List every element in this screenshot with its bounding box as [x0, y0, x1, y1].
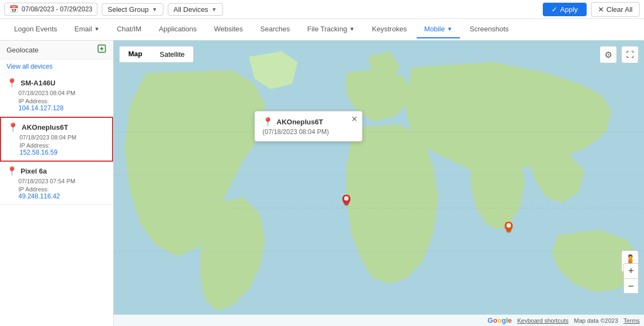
all-devices-dropdown[interactable]: All Devices ▼	[168, 3, 223, 16]
ip-label: IP Address:	[18, 186, 107, 192]
tab-mobile[interactable]: Mobile ▼	[417, 21, 460, 38]
sidebar-header: Geolocate	[0, 41, 113, 59]
tab-keystrokes[interactable]: Keystrokes	[364, 21, 414, 38]
select-group-label: Select Group	[108, 5, 149, 14]
pin-blue-icon: 📍	[8, 122, 18, 132]
main-content: Geolocate View all devices 📍 SM-A146U 07…	[0, 41, 644, 326]
tab-logon-events[interactable]: Logon Events	[6, 21, 65, 38]
google-logo: Google	[488, 316, 512, 324]
device-ip: 49.248.116.42	[18, 192, 107, 200]
map-footer: Google Keyboard shortcuts Map data ©2023…	[114, 315, 644, 326]
tab-websites[interactable]: Websites	[207, 21, 251, 38]
zoom-out-button[interactable]: −	[623, 278, 639, 294]
map-area[interactable]: Map Satellite ⚙ ⛶ ✕ 📍 AKOneplus6T (07/18…	[114, 41, 644, 326]
popup-device-name: AKOneplus6T	[277, 118, 323, 126]
checkmark-icon: ✓	[551, 5, 557, 14]
calendar-icon: 📅	[9, 5, 18, 14]
date-range-value: 07/08/2023 - 07/29/2023	[22, 5, 93, 13]
nav-tabs: Logon Events Email ▼ Chat/IM Application…	[0, 19, 644, 41]
map-fullscreen-button[interactable]: ⛶	[621, 46, 639, 63]
sidebar: Geolocate View all devices 📍 SM-A146U 07…	[0, 41, 114, 326]
tab-chat-im[interactable]: Chat/IM	[109, 21, 149, 38]
map-data-label: Map data ©2023	[574, 317, 619, 324]
clear-all-button[interactable]: ✕ Clear All	[591, 2, 640, 17]
device-name: SM-A146U	[21, 79, 55, 87]
device-card-akoneplus6t[interactable]: 📍 AKOneplus6T 07/18/2023 08:04 PM IP Add…	[0, 117, 113, 162]
tab-email[interactable]: Email ▼	[67, 21, 107, 38]
tab-searches[interactable]: Searches	[253, 21, 298, 38]
ip-label: IP Address:	[19, 142, 106, 149]
select-group-dropdown[interactable]: Select Group ▼	[102, 3, 163, 16]
popup-close-button[interactable]: ✕	[351, 115, 358, 123]
svg-point-6	[507, 223, 511, 228]
map-settings-button[interactable]: ⚙	[600, 46, 617, 63]
device-ip: 104.14.127.128	[18, 104, 107, 112]
top-bar: 📅 07/08/2023 - 07/29/2023 Select Group ▼…	[0, 0, 644, 19]
fullscreen-icon: ⛶	[626, 50, 634, 59]
tab-screenshots[interactable]: Screenshots	[462, 21, 516, 38]
device-datetime: 07/18/2023 08:04 PM	[19, 134, 106, 141]
geolocate-title: Geolocate	[6, 46, 38, 54]
zoom-in-button[interactable]: +	[623, 263, 639, 278]
apply-button[interactable]: ✓ Apply	[543, 3, 587, 16]
gear-icon: ⚙	[604, 50, 612, 60]
map-tab[interactable]: Map	[120, 46, 151, 62]
map-type-controls: Map Satellite	[119, 46, 194, 63]
close-icon: ✕	[598, 5, 604, 14]
device-name: Pixel 6a	[21, 167, 47, 175]
popup-pin-icon: 📍	[262, 117, 273, 127]
tab-file-tracking[interactable]: File Tracking ▼	[300, 21, 363, 38]
chevron-down-icon: ▼	[447, 26, 452, 32]
device-card-pixel6a[interactable]: 📍 Pixel 6a 07/18/2023 07:54 PM IP Addres…	[0, 162, 113, 205]
keyboard-shortcuts-link[interactable]: Keyboard shortcuts	[517, 317, 569, 324]
chevron-down-icon: ▼	[94, 26, 100, 32]
terms-link[interactable]: Terms	[623, 317, 640, 324]
tab-applications[interactable]: Applications	[151, 21, 204, 38]
pin-red-icon: 📍	[6, 78, 17, 88]
chevron-down-icon: ▼	[349, 26, 354, 32]
map-svg	[114, 41, 644, 326]
satellite-tab[interactable]: Satellite	[151, 46, 193, 62]
popup-datetime: (07/18/2023 08:04 PM)	[262, 128, 354, 136]
zoom-controls: + −	[623, 263, 639, 294]
device-datetime: 07/18/2023 07:54 PM	[18, 178, 107, 184]
device-card-sm-a146u[interactable]: 📍 SM-A146U 07/18/2023 08:04 PM IP Addres…	[0, 74, 113, 117]
ip-label: IP Address:	[18, 98, 107, 104]
map-popup: ✕ 📍 AKOneplus6T (07/18/2023 08:04 PM)	[254, 111, 363, 142]
chevron-down-icon: ▼	[212, 6, 217, 12]
date-range-picker[interactable]: 📅 07/08/2023 - 07/29/2023	[4, 3, 97, 16]
chevron-down-icon: ▼	[152, 6, 157, 12]
device-datetime: 07/18/2023 08:04 PM	[18, 90, 107, 96]
svg-point-4	[344, 196, 349, 201]
view-all-devices-link[interactable]: View all devices	[0, 59, 113, 74]
all-devices-label: All Devices	[174, 5, 208, 14]
pin-green-icon: 📍	[6, 166, 17, 176]
device-name: AKOneplus6T	[22, 123, 68, 131]
device-ip: 152.58.16.59	[19, 149, 106, 156]
export-icon-button[interactable]	[97, 44, 107, 56]
